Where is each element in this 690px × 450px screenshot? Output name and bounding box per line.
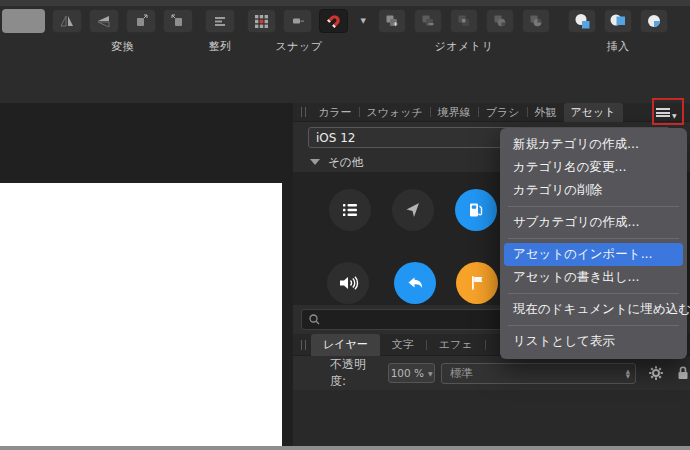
snapping-toggle-button[interactable]: [319, 9, 348, 33]
snapping-options-dropdown[interactable]: ▼: [355, 9, 371, 33]
list-icon: [339, 199, 361, 221]
menu-separator: [508, 293, 679, 294]
search-icon: [308, 313, 321, 326]
rotate-cw-button[interactable]: [163, 9, 193, 33]
asset-fuel-pump[interactable]: [455, 189, 497, 231]
window-top-edge: [0, 0, 690, 6]
asset-speaker[interactable]: [327, 262, 369, 304]
menu-item-export-assets[interactable]: アセットの書き出し...: [500, 266, 687, 289]
geometry-subtract-button[interactable]: [414, 9, 442, 33]
geometry-add-button[interactable]: [378, 9, 406, 33]
assets-panel-menu: 新規カテゴリの作成... カテゴリ名の変更... カテゴリの削除 サブカテゴリの…: [500, 128, 687, 359]
opacity-dropdown[interactable]: 100 % ▼: [388, 363, 435, 383]
align-icon: [212, 13, 228, 29]
tab-effects[interactable]: エフェ: [427, 334, 485, 356]
flip-horizontal-icon: [59, 13, 75, 29]
insert-inside-button[interactable]: [640, 9, 668, 33]
toolbar-group-label-insert: 挿入: [568, 39, 668, 54]
geometry-subtract-icon: [420, 13, 436, 29]
panel-grip[interactable]: [301, 107, 306, 117]
menu-item-embed-in-document[interactable]: 現在のドキュメントに埋め込む: [500, 298, 687, 321]
tab-brushes[interactable]: ブラシ: [479, 103, 527, 122]
gear-icon: [648, 365, 664, 381]
asset-group-label: その他: [328, 155, 363, 170]
opacity-value: 100 %: [391, 367, 424, 379]
rotate-ccw-button[interactable]: [126, 9, 156, 33]
opacity-label: 不透明度:: [330, 356, 379, 390]
geometry-divide-icon: [492, 13, 508, 29]
asset-reply[interactable]: [394, 262, 436, 304]
toolbar-group-label-transform: 変換: [52, 39, 193, 54]
tab-layers[interactable]: レイヤー: [311, 334, 380, 356]
asset-navigation[interactable]: [392, 189, 434, 231]
insert-on-top-icon: [609, 12, 627, 30]
lock-layer-button[interactable]: [676, 365, 690, 381]
tab-swatches[interactable]: スウォッチ: [360, 103, 430, 122]
menu-separator: [508, 238, 679, 239]
layer-options-row: 不透明度: 100 % ▼ 標準 ▲▼: [293, 356, 690, 390]
canvas-viewport[interactable]: [0, 103, 293, 446]
toolbar-group-label-align: 整列: [198, 39, 242, 54]
menu-item-show-as-list[interactable]: リストとして表示: [500, 330, 687, 353]
reply-arrow-icon: [404, 272, 426, 294]
tab-assets[interactable]: アセット: [564, 103, 623, 122]
flip-vertical-button[interactable]: [89, 9, 119, 33]
annotation-highlight-box: [652, 98, 684, 125]
menu-item-delete-category[interactable]: カテゴリの削除: [500, 179, 687, 202]
layers-list-empty: [293, 390, 690, 446]
document-canvas[interactable]: [0, 183, 282, 446]
menu-item-new-subcategory[interactable]: サブカテゴリの作成...: [500, 211, 687, 234]
blend-mode-value: 標準: [450, 366, 473, 381]
rotate-cw-icon: [170, 13, 186, 29]
snap-move-icon: [290, 13, 306, 29]
layer-settings-button[interactable]: [648, 365, 664, 381]
menu-item-new-category[interactable]: 新規カテゴリの作成...: [500, 133, 687, 156]
insert-behind-button[interactable]: [568, 9, 596, 33]
snap-grid-icon: [254, 14, 269, 29]
geometry-combine-icon: [528, 13, 544, 29]
geometry-combine-button[interactable]: [522, 9, 550, 33]
menu-item-rename-category[interactable]: カテゴリ名の変更...: [500, 156, 687, 179]
chevron-down-icon: ▼: [428, 370, 433, 377]
speaker-icon: [336, 271, 360, 295]
toolbar-group-align: 整列: [205, 9, 235, 54]
window-bottom-edge: [0, 446, 690, 450]
geometry-intersect-button[interactable]: [450, 9, 478, 33]
navigation-arrow-icon: [402, 199, 424, 221]
asset-flag[interactable]: [456, 262, 498, 304]
flag-icon: [466, 272, 488, 294]
panel-grip[interactable]: [301, 340, 306, 350]
insert-on-top-button[interactable]: [604, 9, 632, 33]
tab-character[interactable]: 文字: [380, 334, 426, 356]
geometry-add-icon: [384, 13, 400, 29]
studio-tab-bar: カラー スウォッチ 境界線 ブラシ 外観 アセット ▼: [293, 103, 690, 122]
main-toolbar: 変換 整列: [0, 0, 690, 103]
toolbar-group-geometry: ジオメトリ: [378, 9, 550, 54]
toolbar-blank-button[interactable]: [2, 9, 45, 33]
geometry-divide-button[interactable]: [486, 9, 514, 33]
insert-behind-icon: [573, 12, 591, 30]
asset-list[interactable]: [329, 189, 371, 231]
tab-color[interactable]: カラー: [311, 103, 359, 122]
snap-move-button[interactable]: [283, 9, 312, 33]
toolbar-group-insert: 挿入: [568, 9, 668, 54]
menu-separator: [508, 325, 679, 326]
lock-icon: [676, 365, 690, 381]
tab-appearance[interactable]: 外観: [528, 103, 564, 122]
menu-item-import-assets[interactable]: アセットのインポート...: [504, 243, 683, 266]
flip-horizontal-button[interactable]: [52, 9, 82, 33]
asset-category-value: iOS 12: [316, 131, 355, 145]
tab-separator: [485, 340, 486, 350]
tab-stroke[interactable]: 境界線: [431, 103, 478, 122]
insert-inside-icon: [645, 12, 663, 30]
toolbar-group-label-geometry: ジオメトリ: [378, 39, 550, 54]
blend-mode-dropdown[interactable]: 標準 ▲▼: [441, 363, 636, 384]
disclosure-triangle-icon: [310, 159, 320, 165]
toolbar-group-snap: ▼ スナップ: [247, 9, 371, 54]
flip-vertical-icon: [96, 13, 112, 29]
magnet-icon: [325, 12, 343, 30]
fuel-pump-icon: [465, 199, 487, 221]
align-button[interactable]: [205, 9, 235, 33]
snap-grid-button[interactable]: [247, 9, 276, 33]
menu-separator: [508, 206, 679, 207]
